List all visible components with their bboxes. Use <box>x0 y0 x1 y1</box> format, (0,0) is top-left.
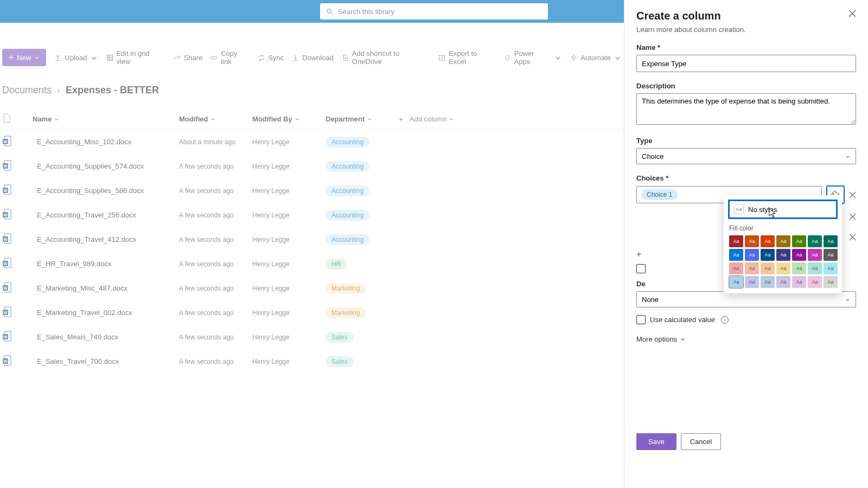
color-swatch[interactable]: Aa <box>824 276 838 288</box>
table-row[interactable]: W ⋮E_Marketing_Misc_487.docx A few secon… <box>0 276 624 300</box>
column-modifiedby-header[interactable]: Modified By <box>252 115 326 123</box>
color-swatch[interactable]: Aa <box>761 276 775 288</box>
panel-subtitle[interactable]: Learn more about column creation. <box>636 25 856 34</box>
color-swatch[interactable]: Aa <box>745 235 759 247</box>
search-input[interactable]: Search this library <box>320 3 548 20</box>
color-swatch[interactable]: Aa <box>745 249 759 261</box>
color-swatch[interactable]: Aa <box>824 235 838 247</box>
add-column-button[interactable]: + Add column <box>399 115 475 124</box>
default-value-select[interactable]: None <box>636 291 856 307</box>
more-options-button[interactable]: More options <box>636 335 856 343</box>
save-button[interactable]: Save <box>636 433 676 450</box>
modified-time: A few seconds ago <box>179 285 234 292</box>
choice-1-remove-icon[interactable] <box>849 191 856 198</box>
color-swatch[interactable]: Aa <box>776 249 790 261</box>
color-swatch[interactable]: Aa <box>792 262 806 274</box>
share-button[interactable]: Share <box>173 54 203 62</box>
document-table: Name Modified Modified By Department + A… <box>0 109 624 374</box>
department-pill: Sales <box>326 356 354 367</box>
type-select[interactable]: Choice <box>636 148 856 164</box>
upload-button[interactable]: Upload <box>54 54 98 62</box>
file-name: ⋮E_Accounting_Supplies_586.docx <box>33 187 144 195</box>
modified-by: Henry Legge <box>252 138 290 146</box>
table-row[interactable]: W ⋮E_Marketing_Travel_002.docx A few sec… <box>0 300 624 325</box>
modified-by: Henry Legge <box>252 358 290 365</box>
table-row[interactable]: W ⋮E_HR_Travel_989.docx A few seconds ag… <box>0 252 624 276</box>
file-type-icon <box>2 113 11 123</box>
color-swatch[interactable]: Aa <box>729 249 743 261</box>
color-swatch[interactable]: Aa <box>745 276 759 288</box>
modified-time: About a minute ago <box>179 138 235 146</box>
info-icon[interactable]: i <box>721 316 729 324</box>
color-swatch[interactable]: Aa <box>761 235 775 247</box>
table-row[interactable]: W ⋮E_Accounting_Supplies_586.docx A few … <box>0 178 624 203</box>
cancel-button[interactable]: Cancel <box>681 433 721 450</box>
column-department-header[interactable]: Department <box>326 115 399 123</box>
color-swatch[interactable]: Aa <box>808 249 822 261</box>
color-swatch[interactable]: Aa <box>761 262 775 274</box>
department-pill: Marketing <box>326 307 366 318</box>
breadcrumb: Documents › Expenses - BETTER <box>0 85 624 96</box>
color-swatch[interactable]: Aa <box>792 249 806 261</box>
description-input[interactable] <box>636 93 856 125</box>
copy-link-button[interactable]: Copy link <box>210 49 250 66</box>
name-input[interactable] <box>636 55 856 72</box>
name-label: Name * <box>636 43 856 52</box>
table-row[interactable]: W ⋮E_Accounting_Supplies_574.docx A few … <box>0 154 624 178</box>
sync-button[interactable]: Sync <box>257 54 284 62</box>
download-button[interactable]: Download <box>291 54 334 62</box>
export-excel-button[interactable]: Export to Excel <box>438 49 496 66</box>
color-swatch[interactable]: Aa <box>761 249 775 261</box>
svg-line-1 <box>330 12 332 14</box>
color-swatch[interactable]: Aa <box>776 276 790 288</box>
choice-2-remove-icon[interactable] <box>849 213 856 220</box>
color-swatch[interactable]: Aa <box>776 235 790 247</box>
modified-by: Henry Legge <box>252 309 290 317</box>
color-swatch[interactable]: Aa <box>729 276 743 288</box>
modified-time: A few seconds ago <box>179 236 234 243</box>
modified-time: A few seconds ago <box>179 260 234 268</box>
color-swatch[interactable]: Aa <box>729 235 743 247</box>
modified-by: Henry Legge <box>252 333 290 341</box>
modified-time: A few seconds ago <box>179 358 234 365</box>
use-calculated-checkbox[interactable] <box>636 315 646 324</box>
color-swatch[interactable]: Aa <box>729 262 743 274</box>
word-file-icon: W <box>2 233 12 245</box>
color-swatch[interactable]: Aa <box>776 262 790 274</box>
new-button[interactable]: New <box>2 49 46 66</box>
svg-text:W: W <box>4 286 8 290</box>
close-icon[interactable] <box>848 10 856 17</box>
power-apps-button[interactable]: Power Apps <box>503 49 562 66</box>
color-swatch[interactable]: Aa <box>824 249 838 261</box>
manual-values-checkbox[interactable] <box>636 264 646 273</box>
color-swatch[interactable]: Aa <box>808 276 822 288</box>
table-row[interactable]: W ⋮E_Accounting_Travel_256.docx A few se… <box>0 203 624 227</box>
add-shortcut-button[interactable]: Add shortcut to OneDrive <box>341 49 431 66</box>
automate-button[interactable]: Automate <box>570 54 622 62</box>
word-file-icon: W <box>2 281 12 293</box>
svg-text:W: W <box>4 335 8 339</box>
edit-grid-button[interactable]: Edit in grid view <box>106 49 165 66</box>
table-row[interactable]: W ⋮E_Sales_Meals_749.docx A few seconds … <box>0 325 624 349</box>
column-name-header[interactable]: Name <box>33 115 179 123</box>
choice-3-remove-icon[interactable] <box>849 234 856 241</box>
color-swatch[interactable]: Aa <box>792 235 806 247</box>
column-modified-header[interactable]: Modified <box>179 115 252 123</box>
table-row[interactable]: W ⋮E_Accounting_Misc_102.docx About a mi… <box>0 130 624 154</box>
no-styles-option[interactable]: Aa No styles <box>728 200 838 219</box>
modified-time: A few seconds ago <box>179 333 234 341</box>
table-row[interactable]: W ⋮E_Sales_Travel_700.docx A few seconds… <box>0 349 624 374</box>
breadcrumb-root[interactable]: Documents <box>2 85 52 96</box>
color-swatch[interactable]: Aa <box>745 262 759 274</box>
table-row[interactable]: W ⋮E_Accounting_Travel_412.docx A few se… <box>0 227 624 252</box>
svg-text:W: W <box>4 311 8 314</box>
color-swatch[interactable]: Aa <box>808 262 822 274</box>
word-file-icon: W <box>2 208 12 220</box>
modified-by: Henry Legge <box>252 236 290 243</box>
color-swatch[interactable]: Aa <box>824 262 838 274</box>
file-name: ⋮E_Accounting_Travel_256.docx <box>33 211 136 219</box>
modified-time: A few seconds ago <box>179 309 234 317</box>
color-swatch[interactable]: Aa <box>808 235 822 247</box>
svg-text:W: W <box>4 262 8 266</box>
color-swatch[interactable]: Aa <box>792 276 806 288</box>
